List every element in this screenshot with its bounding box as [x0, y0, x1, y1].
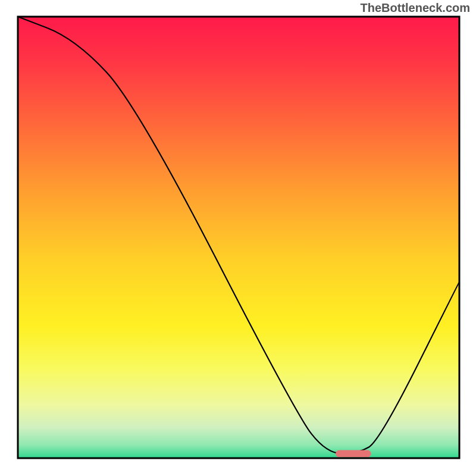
- optimal-range-marker: [336, 450, 371, 458]
- plot-background: [18, 17, 459, 458]
- watermark-text: TheBottleneck.com: [361, 1, 470, 15]
- chart-container: TheBottleneck.com: [0, 0, 476, 476]
- bottleneck-chart: [0, 0, 476, 476]
